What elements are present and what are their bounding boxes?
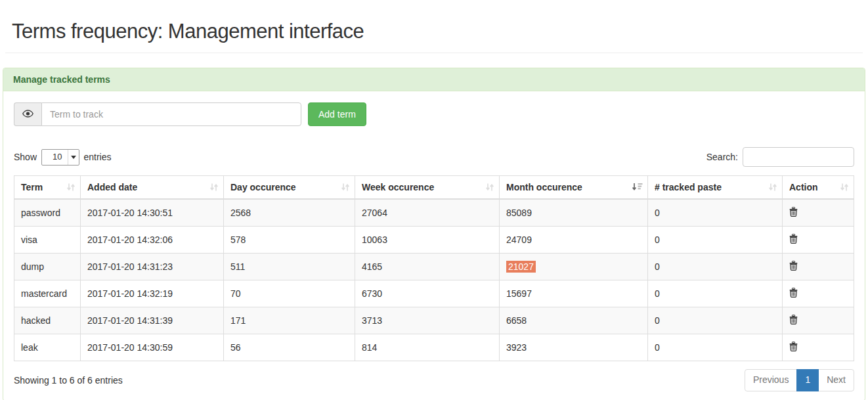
page-title: Terms frequency: Management interface	[12, 20, 856, 43]
cell-tracked: 0	[648, 227, 783, 254]
page-header: Terms frequency: Management interface	[5, 0, 863, 53]
cell-tracked: 0	[648, 254, 783, 280]
cell-action	[783, 307, 854, 334]
datatable-footer: Showing 1 to 6 of 6 entries Previous 1 N…	[14, 369, 854, 391]
page-length-value: 10	[42, 150, 67, 165]
trash-icon	[789, 262, 798, 273]
cell-added_date: 2017-01-20 14:31:23	[81, 254, 224, 280]
cell-month: 3923	[500, 334, 648, 361]
delete-term-button[interactable]	[789, 207, 798, 217]
cell-day: 56	[224, 334, 355, 361]
add-term-form: Add term	[14, 102, 854, 126]
trash-icon	[789, 235, 798, 246]
cell-tracked: 0	[648, 334, 783, 361]
column-label: Term	[21, 182, 43, 192]
cell-action	[783, 254, 854, 280]
cell-day: 171	[224, 307, 355, 334]
cell-added_date: 2017-01-20 14:32:06	[81, 227, 224, 254]
term-input[interactable]	[41, 102, 301, 126]
table-row: dump2017-01-20 14:31:235114165210270	[14, 254, 854, 280]
sort-icon	[209, 183, 219, 192]
column-label: Day occurence	[230, 182, 296, 192]
manage-terms-panel: Manage tracked terms Add term Show 10	[3, 68, 865, 400]
pagination-previous-button[interactable]: Previous	[745, 369, 797, 391]
column-header-term[interactable]: Term	[14, 176, 81, 200]
eye-icon	[22, 109, 33, 120]
trash-icon	[789, 316, 798, 326]
cell-week: 6730	[355, 280, 500, 307]
table-header-row: TermAdded dateDay occurenceWeek occurenc…	[14, 176, 854, 200]
cell-term: dump	[14, 254, 81, 280]
pagination-next-button[interactable]: Next	[818, 369, 854, 391]
pagination-page-1[interactable]: 1	[796, 369, 819, 391]
search-input[interactable]	[743, 147, 854, 167]
cell-month: 24709	[500, 227, 648, 254]
trash-icon	[789, 289, 798, 300]
cell-action	[783, 227, 854, 254]
search-control: Search:	[706, 147, 854, 167]
cell-day: 70	[224, 280, 355, 307]
cell-month: 21027	[500, 254, 648, 280]
cell-term: leak	[14, 334, 81, 361]
entries-label: entries	[84, 152, 112, 162]
column-header-added-date[interactable]: Added date	[81, 176, 224, 200]
cell-tracked: 0	[648, 307, 783, 334]
cell-day: 578	[224, 227, 355, 254]
pagination: Previous 1 Next	[745, 369, 854, 391]
column-header-week-occurence[interactable]: Week occurence	[355, 176, 500, 200]
cell-added_date: 2017-01-20 14:32:19	[81, 280, 224, 307]
cell-added_date: 2017-01-20 14:30:51	[81, 199, 224, 227]
column-header-month-occurence[interactable]: Month occurence	[500, 176, 648, 200]
column-label: Action	[789, 182, 818, 192]
eye-addon	[14, 102, 41, 126]
column-label: Added date	[87, 182, 137, 192]
table-row: hacked2017-01-20 14:31:39171371366580	[14, 307, 854, 334]
trash-icon	[789, 343, 798, 353]
panel-heading: Manage tracked terms	[3, 68, 865, 91]
table-row: password2017-01-20 14:30:512568270648508…	[14, 199, 854, 227]
column-header-day-occurence[interactable]: Day occurence	[224, 176, 355, 200]
cell-term: mastercard	[14, 280, 81, 307]
show-label: Show	[14, 152, 37, 162]
delete-term-button[interactable]	[789, 288, 798, 298]
page-length-select[interactable]: 10	[41, 149, 79, 166]
sort-desc-icon	[632, 183, 643, 192]
sort-icon	[341, 183, 350, 192]
datatable-controls: Show 10 entries Search:	[14, 147, 854, 167]
cell-term: visa	[14, 227, 81, 254]
sort-icon	[485, 183, 494, 192]
add-term-button[interactable]: Add term	[308, 102, 366, 126]
cell-day: 2568	[224, 199, 355, 227]
cell-week: 3713	[355, 307, 500, 334]
delete-term-button[interactable]	[789, 234, 798, 244]
cell-month: 85089	[500, 199, 648, 227]
search-label: Search:	[706, 152, 738, 162]
cell-tracked: 0	[648, 280, 783, 307]
sort-icon	[840, 183, 849, 192]
sort-icon	[768, 183, 777, 192]
cell-day: 511	[224, 254, 355, 280]
column-label: Month occurence	[506, 182, 582, 192]
cell-week: 10063	[355, 227, 500, 254]
column-label: # tracked paste	[655, 182, 722, 192]
cell-action	[783, 199, 854, 227]
table-row: mastercard2017-01-20 14:32:1970673015697…	[14, 280, 854, 307]
column-header-action[interactable]: Action	[783, 176, 854, 200]
cell-week: 27064	[355, 199, 500, 227]
delete-term-button[interactable]	[789, 261, 798, 271]
table-row: leak2017-01-20 14:30:595681439230	[14, 334, 854, 361]
terms-table: TermAdded dateDay occurenceWeek occurenc…	[14, 175, 854, 361]
sort-icon	[66, 183, 76, 192]
select-caret-box	[68, 150, 79, 165]
cell-term: password	[14, 199, 81, 227]
delete-term-button[interactable]	[789, 342, 798, 351]
cell-week: 814	[355, 334, 500, 361]
column-label: Week occurence	[362, 182, 434, 192]
cell-added_date: 2017-01-20 14:30:59	[81, 334, 224, 361]
cell-term: hacked	[14, 307, 81, 334]
page-length-control: Show 10 entries	[14, 149, 112, 166]
column-header-tracked-paste[interactable]: # tracked paste	[648, 176, 783, 200]
table-row: visa2017-01-20 14:32:0657810063247090	[14, 227, 854, 254]
delete-term-button[interactable]	[789, 315, 798, 324]
cell-action	[783, 334, 854, 361]
